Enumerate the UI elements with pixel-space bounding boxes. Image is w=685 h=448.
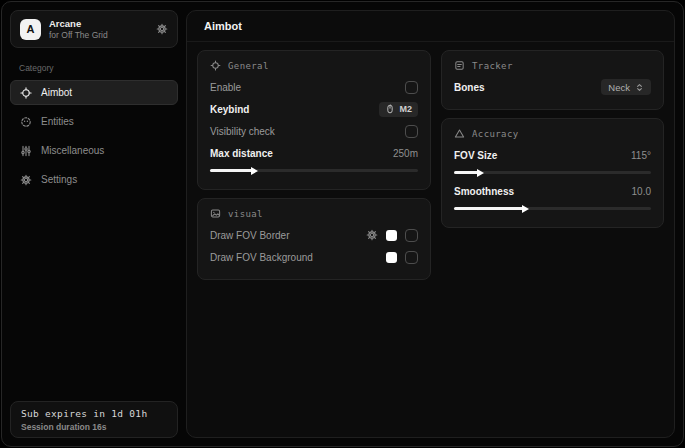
- gear-icon[interactable]: [156, 23, 168, 35]
- bones-row: Bones Neck: [454, 76, 651, 98]
- sidebar-item-label: Entities: [41, 116, 74, 127]
- sidebar: A Arcane for Off The Grid Category: [10, 10, 178, 438]
- fov-background-color-swatch[interactable]: [386, 252, 397, 263]
- triangle-icon: [454, 128, 465, 139]
- smoothness-value: 10.0: [632, 186, 651, 197]
- app-logo: A: [20, 19, 41, 40]
- section-title: visual: [228, 209, 263, 219]
- sub-expiry-text: Sub expires in 1d 01h: [21, 408, 167, 419]
- draw-fov-background-checkbox[interactable]: [405, 251, 418, 264]
- app-window: A Arcane for Off The Grid Category: [1, 1, 684, 447]
- enable-checkbox[interactable]: [405, 81, 418, 94]
- category-label: Category: [19, 63, 169, 73]
- smoothness-label: Smoothness: [454, 186, 514, 197]
- gear-icon[interactable]: [366, 229, 378, 241]
- page-title: Aimbot: [187, 11, 674, 42]
- visibility-check-row: Visibility check: [210, 120, 418, 142]
- max-distance-slider[interactable]: [210, 169, 418, 172]
- draw-fov-border-checkbox[interactable]: [405, 229, 418, 242]
- bones-label: Bones: [454, 82, 485, 93]
- draw-fov-border-row: Draw FOV Border: [210, 224, 418, 246]
- sidebar-nav: Aimbot Entities: [10, 80, 178, 192]
- chevron-up-down-icon: [635, 83, 644, 92]
- visibility-check-checkbox[interactable]: [405, 125, 418, 138]
- sidebar-item-label: Aimbot: [41, 87, 72, 98]
- max-distance-label: Max distance: [210, 148, 273, 159]
- keybind-value: M2: [399, 104, 412, 114]
- sidebar-item-entities[interactable]: Entities: [10, 109, 178, 134]
- mouse-icon: [385, 104, 395, 114]
- visibility-check-label: Visibility check: [210, 126, 275, 137]
- max-distance-value: 250m: [393, 148, 418, 159]
- smoothness-slider[interactable]: [454, 207, 651, 210]
- slider-thumb[interactable]: [522, 205, 529, 213]
- app-subtitle: for Off The Grid: [49, 30, 108, 41]
- draw-fov-border-label: Draw FOV Border: [210, 230, 289, 241]
- sidebar-item-label: Miscellaneous: [41, 145, 104, 156]
- crosshair-icon: [210, 60, 221, 71]
- section-title: General: [228, 61, 269, 71]
- app-name: Arcane: [49, 18, 108, 30]
- sidebar-item-aimbot[interactable]: Aimbot: [10, 80, 178, 105]
- sidebar-header: A Arcane for Off The Grid: [10, 10, 178, 48]
- sidebar-item-miscellaneous[interactable]: Miscellaneous: [10, 138, 178, 163]
- sliders-icon: [20, 145, 32, 157]
- section-title: Accuracy: [472, 129, 519, 139]
- section-title: Tracker: [472, 61, 513, 71]
- tracker-section: Tracker Bones Neck: [441, 50, 664, 110]
- bones-select[interactable]: Neck: [601, 79, 651, 95]
- session-duration-text: Session duration 16s: [21, 422, 167, 432]
- fov-size-row: FOV Size 115°: [454, 144, 651, 166]
- visual-section: visual Draw FOV Border: [197, 198, 431, 280]
- draw-fov-background-label: Draw FOV Background: [210, 252, 313, 263]
- fov-size-label: FOV Size: [454, 150, 497, 161]
- tracker-icon: [454, 60, 465, 71]
- enable-row: Enable: [210, 76, 418, 98]
- draw-fov-background-row: Draw FOV Background: [210, 246, 418, 268]
- slider-thumb[interactable]: [251, 167, 258, 175]
- subscription-status: Sub expires in 1d 01h Session duration 1…: [10, 401, 178, 438]
- main-panel: Aimbot General Enable: [186, 10, 675, 438]
- fov-border-color-swatch[interactable]: [386, 230, 397, 241]
- slider-thumb[interactable]: [477, 169, 484, 177]
- accuracy-section: Accuracy FOV Size 115° Smoothness 10.0: [441, 118, 664, 228]
- gear-icon: [20, 174, 32, 186]
- fov-size-value: 115°: [631, 150, 651, 161]
- bones-selected-value: Neck: [608, 82, 630, 93]
- enable-label: Enable: [210, 82, 241, 93]
- keybind-button[interactable]: M2: [379, 102, 418, 117]
- max-distance-row: Max distance 250m: [210, 142, 418, 164]
- crosshair-icon: [20, 87, 32, 99]
- sidebar-item-settings[interactable]: Settings: [10, 167, 178, 192]
- smoothness-row: Smoothness 10.0: [454, 180, 651, 202]
- keybind-row: Keybind M2: [210, 98, 418, 120]
- keybind-label: Keybind: [210, 104, 249, 115]
- sidebar-item-label: Settings: [41, 174, 77, 185]
- image-icon: [210, 208, 221, 219]
- general-section: General Enable Keybind: [197, 50, 431, 190]
- entity-icon: [20, 116, 32, 128]
- fov-size-slider[interactable]: [454, 171, 651, 174]
